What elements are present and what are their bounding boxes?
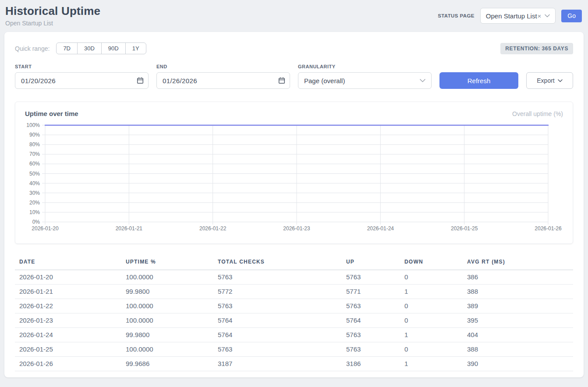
x-axis-tick: 2026-01-25 <box>451 225 478 232</box>
export-button-label: Export <box>537 77 554 84</box>
granularity-select[interactable]: Page (overall) <box>298 72 432 89</box>
table-cell: 5763 <box>342 342 400 357</box>
status-page-select[interactable]: Open Startup List× <box>480 8 556 24</box>
table-cell: 3186 <box>342 357 400 371</box>
column-header: UPTIME % <box>121 255 213 270</box>
calendar-icon[interactable] <box>278 77 285 84</box>
start-label: START <box>15 64 149 69</box>
refresh-button[interactable]: Refresh <box>439 72 518 89</box>
status-page-label: STATUS PAGE <box>438 13 475 18</box>
y-axis-tick: 0% <box>32 219 40 225</box>
table-cell: 5763 <box>342 299 400 313</box>
table-cell: 2026-01-21 <box>15 285 121 299</box>
export-button[interactable]: Export <box>526 72 573 89</box>
table-row: 2026-01-2199.9800577257711388 <box>15 285 573 299</box>
x-axis-tick: 2026-01-23 <box>283 225 310 232</box>
status-page-select-value: Open Startup List <box>486 12 537 20</box>
chart-legend: Overall uptime (%) <box>512 110 563 117</box>
table-cell: 5764 <box>213 313 342 328</box>
quick-range-30d[interactable]: 30D <box>77 42 102 54</box>
retention-badge: RETENTION: 365 DAYS <box>500 43 573 54</box>
table-cell: 395 <box>463 313 573 328</box>
x-axis-tick: 2026-01-20 <box>32 225 59 232</box>
table-cell: 5763 <box>213 342 342 357</box>
table-cell: 2026-01-23 <box>15 313 121 328</box>
table-cell: 99.9686 <box>121 357 213 371</box>
uptime-table: DATEUPTIME %TOTAL CHECKSUPDOWNAVG RT (MS… <box>15 255 573 371</box>
x-axis-tick: 2026-01-24 <box>367 225 394 232</box>
y-axis-tick: 60% <box>29 161 40 167</box>
table-cell: 388 <box>463 285 573 299</box>
table-cell: 2026-01-26 <box>15 357 121 371</box>
table-cell: 2026-01-24 <box>15 328 121 342</box>
chevron-down-icon <box>420 79 425 82</box>
table-cell: 5763 <box>213 299 342 313</box>
table-cell: 0 <box>400 342 463 357</box>
table-row: 2026-01-22100.0000576357630389 <box>15 299 573 313</box>
granularity-field: GRANULARITY Page (overall) <box>298 64 432 89</box>
table-row: 2026-01-2699.9686318731861390 <box>15 357 573 371</box>
chart-title: Uptime over time <box>25 110 78 117</box>
table-header-row: DATEUPTIME %TOTAL CHECKSUPDOWNAVG RT (MS… <box>15 255 573 270</box>
y-axis-tick: 40% <box>29 180 40 186</box>
granularity-label: GRANULARITY <box>298 64 432 69</box>
uptime-table-body: 2026-01-20100.00005763576303862026-01-21… <box>15 270 573 371</box>
y-axis-tick: 30% <box>29 190 40 196</box>
clear-selection-icon[interactable]: × <box>538 12 542 20</box>
column-header: AVG RT (MS) <box>463 255 573 270</box>
table-cell: 1 <box>400 357 463 371</box>
table-cell: 5763 <box>342 270 400 285</box>
table-row: 2026-01-2499.9800576457631404 <box>15 328 573 342</box>
quick-range-7d[interactable]: 7D <box>56 42 78 54</box>
table-cell: 5772 <box>213 285 342 299</box>
table-cell: 2026-01-22 <box>15 299 121 313</box>
end-date-input[interactable] <box>156 72 290 89</box>
page-title: Historical Uptime <box>5 4 100 18</box>
quick-range-1y[interactable]: 1Y <box>125 42 146 54</box>
table-cell: 0 <box>400 270 463 285</box>
page-subtitle: Open Startup List <box>5 20 100 27</box>
table-row: 2026-01-20100.0000576357630386 <box>15 270 573 285</box>
y-axis-tick: 100% <box>26 122 40 128</box>
start-field: START <box>15 64 149 89</box>
table-cell: 1 <box>400 328 463 342</box>
table-row: 2026-01-25100.0000576357630388 <box>15 342 573 357</box>
x-axis-tick: 2026-01-22 <box>199 225 227 232</box>
page-header: Historical Uptime Open Startup List STAT… <box>0 0 588 32</box>
table-cell: 389 <box>463 299 573 313</box>
controls-row: START END GRANULARITY Page (overall) <box>15 64 573 89</box>
y-axis-tick: 70% <box>29 151 40 157</box>
y-axis-tick: 80% <box>29 141 40 148</box>
quick-range-group: 7D30D90D1Y <box>56 42 146 54</box>
start-date-input[interactable] <box>15 72 149 89</box>
table-cell: 404 <box>463 328 573 342</box>
table-cell: 390 <box>463 357 573 371</box>
column-header: DOWN <box>400 255 463 270</box>
go-button[interactable]: Go <box>561 10 582 22</box>
uptime-chart-svg: 0%10%20%30%40%50%60%70%80%90%100%2026-01… <box>25 120 563 239</box>
table-cell: 5764 <box>342 313 400 328</box>
table-cell: 2026-01-20 <box>15 270 121 285</box>
quick-range-label: Quick range: <box>15 45 50 52</box>
table-cell: 5763 <box>213 270 342 285</box>
x-axis-tick: 2026-01-26 <box>535 225 562 232</box>
table-cell: 5763 <box>342 328 400 342</box>
table-cell: 100.0000 <box>121 270 213 285</box>
table-cell: 3187 <box>213 357 342 371</box>
table-cell: 386 <box>463 270 573 285</box>
end-field: END <box>156 64 290 89</box>
x-axis-tick: 2026-01-21 <box>116 225 143 232</box>
chevron-down-icon <box>545 14 550 18</box>
header-right: STATUS PAGE Open Startup List× Go <box>438 8 582 24</box>
y-axis-tick: 90% <box>29 132 40 138</box>
table-cell: 0 <box>400 313 463 328</box>
table-cell: 388 <box>463 342 573 357</box>
table-cell: 5764 <box>213 328 342 342</box>
table-cell: 100.0000 <box>121 299 213 313</box>
quick-range-row: Quick range: 7D30D90D1Y RETENTION: 365 D… <box>15 42 573 54</box>
quick-range-90d[interactable]: 90D <box>101 42 126 54</box>
y-axis-tick: 10% <box>29 209 40 215</box>
table-row: 2026-01-23100.0000576457640395 <box>15 313 573 328</box>
calendar-icon[interactable] <box>137 77 144 84</box>
column-header: UP <box>342 255 400 270</box>
